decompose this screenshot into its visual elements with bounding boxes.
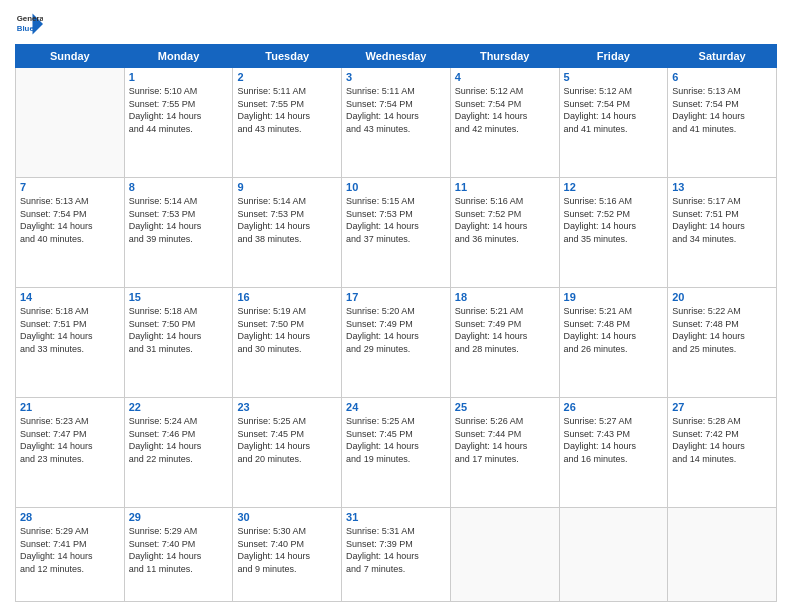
calendar-header-saturday: Saturday xyxy=(668,45,777,68)
day-info: Sunrise: 5:24 AM Sunset: 7:46 PM Dayligh… xyxy=(129,415,229,465)
calendar-cell: 10Sunrise: 5:15 AM Sunset: 7:53 PM Dayli… xyxy=(342,178,451,288)
calendar-cell: 4Sunrise: 5:12 AM Sunset: 7:54 PM Daylig… xyxy=(450,68,559,178)
day-info: Sunrise: 5:18 AM Sunset: 7:51 PM Dayligh… xyxy=(20,305,120,355)
calendar-header-wednesday: Wednesday xyxy=(342,45,451,68)
calendar-header-monday: Monday xyxy=(124,45,233,68)
day-info: Sunrise: 5:31 AM Sunset: 7:39 PM Dayligh… xyxy=(346,525,446,575)
calendar-cell: 11Sunrise: 5:16 AM Sunset: 7:52 PM Dayli… xyxy=(450,178,559,288)
day-info: Sunrise: 5:16 AM Sunset: 7:52 PM Dayligh… xyxy=(564,195,664,245)
day-number: 3 xyxy=(346,71,446,83)
calendar-cell: 5Sunrise: 5:12 AM Sunset: 7:54 PM Daylig… xyxy=(559,68,668,178)
calendar-cell: 8Sunrise: 5:14 AM Sunset: 7:53 PM Daylig… xyxy=(124,178,233,288)
calendar-header-sunday: Sunday xyxy=(16,45,125,68)
calendar-cell: 22Sunrise: 5:24 AM Sunset: 7:46 PM Dayli… xyxy=(124,398,233,508)
day-info: Sunrise: 5:29 AM Sunset: 7:41 PM Dayligh… xyxy=(20,525,120,575)
day-info: Sunrise: 5:23 AM Sunset: 7:47 PM Dayligh… xyxy=(20,415,120,465)
calendar-cell: 1Sunrise: 5:10 AM Sunset: 7:55 PM Daylig… xyxy=(124,68,233,178)
calendar-cell: 14Sunrise: 5:18 AM Sunset: 7:51 PM Dayli… xyxy=(16,288,125,398)
day-info: Sunrise: 5:14 AM Sunset: 7:53 PM Dayligh… xyxy=(237,195,337,245)
calendar-cell: 7Sunrise: 5:13 AM Sunset: 7:54 PM Daylig… xyxy=(16,178,125,288)
day-number: 17 xyxy=(346,291,446,303)
calendar-cell: 30Sunrise: 5:30 AM Sunset: 7:40 PM Dayli… xyxy=(233,508,342,602)
day-number: 23 xyxy=(237,401,337,413)
day-number: 28 xyxy=(20,511,120,523)
calendar-cell: 16Sunrise: 5:19 AM Sunset: 7:50 PM Dayli… xyxy=(233,288,342,398)
calendar-header-thursday: Thursday xyxy=(450,45,559,68)
day-number: 13 xyxy=(672,181,772,193)
day-number: 11 xyxy=(455,181,555,193)
day-number: 15 xyxy=(129,291,229,303)
calendar-cell: 15Sunrise: 5:18 AM Sunset: 7:50 PM Dayli… xyxy=(124,288,233,398)
day-number: 6 xyxy=(672,71,772,83)
calendar-cell: 27Sunrise: 5:28 AM Sunset: 7:42 PM Dayli… xyxy=(668,398,777,508)
day-number: 1 xyxy=(129,71,229,83)
day-number: 5 xyxy=(564,71,664,83)
calendar-header-friday: Friday xyxy=(559,45,668,68)
day-number: 4 xyxy=(455,71,555,83)
day-number: 12 xyxy=(564,181,664,193)
day-number: 8 xyxy=(129,181,229,193)
calendar-week-row: 14Sunrise: 5:18 AM Sunset: 7:51 PM Dayli… xyxy=(16,288,777,398)
day-info: Sunrise: 5:13 AM Sunset: 7:54 PM Dayligh… xyxy=(672,85,772,135)
day-info: Sunrise: 5:25 AM Sunset: 7:45 PM Dayligh… xyxy=(346,415,446,465)
day-info: Sunrise: 5:22 AM Sunset: 7:48 PM Dayligh… xyxy=(672,305,772,355)
day-info: Sunrise: 5:14 AM Sunset: 7:53 PM Dayligh… xyxy=(129,195,229,245)
day-info: Sunrise: 5:15 AM Sunset: 7:53 PM Dayligh… xyxy=(346,195,446,245)
calendar-cell xyxy=(559,508,668,602)
day-number: 21 xyxy=(20,401,120,413)
day-number: 20 xyxy=(672,291,772,303)
day-info: Sunrise: 5:10 AM Sunset: 7:55 PM Dayligh… xyxy=(129,85,229,135)
day-number: 31 xyxy=(346,511,446,523)
calendar-body: 1Sunrise: 5:10 AM Sunset: 7:55 PM Daylig… xyxy=(16,68,777,602)
day-number: 30 xyxy=(237,511,337,523)
day-info: Sunrise: 5:28 AM Sunset: 7:42 PM Dayligh… xyxy=(672,415,772,465)
day-number: 10 xyxy=(346,181,446,193)
day-info: Sunrise: 5:27 AM Sunset: 7:43 PM Dayligh… xyxy=(564,415,664,465)
day-number: 18 xyxy=(455,291,555,303)
page: General Blue SundayMondayTuesdayWednesda… xyxy=(0,0,792,612)
day-info: Sunrise: 5:17 AM Sunset: 7:51 PM Dayligh… xyxy=(672,195,772,245)
calendar-cell: 6Sunrise: 5:13 AM Sunset: 7:54 PM Daylig… xyxy=(668,68,777,178)
calendar-week-row: 1Sunrise: 5:10 AM Sunset: 7:55 PM Daylig… xyxy=(16,68,777,178)
day-number: 27 xyxy=(672,401,772,413)
logo: General Blue xyxy=(15,10,43,38)
day-number: 7 xyxy=(20,181,120,193)
day-info: Sunrise: 5:16 AM Sunset: 7:52 PM Dayligh… xyxy=(455,195,555,245)
calendar-cell: 21Sunrise: 5:23 AM Sunset: 7:47 PM Dayli… xyxy=(16,398,125,508)
header: General Blue xyxy=(15,10,777,38)
calendar-cell: 13Sunrise: 5:17 AM Sunset: 7:51 PM Dayli… xyxy=(668,178,777,288)
calendar-cell: 17Sunrise: 5:20 AM Sunset: 7:49 PM Dayli… xyxy=(342,288,451,398)
calendar-cell: 25Sunrise: 5:26 AM Sunset: 7:44 PM Dayli… xyxy=(450,398,559,508)
calendar-header-row: SundayMondayTuesdayWednesdayThursdayFrid… xyxy=(16,45,777,68)
day-info: Sunrise: 5:19 AM Sunset: 7:50 PM Dayligh… xyxy=(237,305,337,355)
calendar-cell: 2Sunrise: 5:11 AM Sunset: 7:55 PM Daylig… xyxy=(233,68,342,178)
day-number: 9 xyxy=(237,181,337,193)
day-number: 22 xyxy=(129,401,229,413)
calendar-week-row: 21Sunrise: 5:23 AM Sunset: 7:47 PM Dayli… xyxy=(16,398,777,508)
day-info: Sunrise: 5:12 AM Sunset: 7:54 PM Dayligh… xyxy=(564,85,664,135)
calendar-cell: 29Sunrise: 5:29 AM Sunset: 7:40 PM Dayli… xyxy=(124,508,233,602)
calendar-cell xyxy=(668,508,777,602)
day-info: Sunrise: 5:12 AM Sunset: 7:54 PM Dayligh… xyxy=(455,85,555,135)
calendar-cell: 28Sunrise: 5:29 AM Sunset: 7:41 PM Dayli… xyxy=(16,508,125,602)
day-info: Sunrise: 5:30 AM Sunset: 7:40 PM Dayligh… xyxy=(237,525,337,575)
day-number: 29 xyxy=(129,511,229,523)
calendar-cell xyxy=(16,68,125,178)
calendar-cell: 3Sunrise: 5:11 AM Sunset: 7:54 PM Daylig… xyxy=(342,68,451,178)
day-info: Sunrise: 5:11 AM Sunset: 7:54 PM Dayligh… xyxy=(346,85,446,135)
calendar-cell: 12Sunrise: 5:16 AM Sunset: 7:52 PM Dayli… xyxy=(559,178,668,288)
day-number: 25 xyxy=(455,401,555,413)
calendar-week-row: 7Sunrise: 5:13 AM Sunset: 7:54 PM Daylig… xyxy=(16,178,777,288)
day-number: 24 xyxy=(346,401,446,413)
calendar-table: SundayMondayTuesdayWednesdayThursdayFrid… xyxy=(15,44,777,602)
calendar-cell: 24Sunrise: 5:25 AM Sunset: 7:45 PM Dayli… xyxy=(342,398,451,508)
calendar-cell: 23Sunrise: 5:25 AM Sunset: 7:45 PM Dayli… xyxy=(233,398,342,508)
day-info: Sunrise: 5:29 AM Sunset: 7:40 PM Dayligh… xyxy=(129,525,229,575)
calendar-cell: 31Sunrise: 5:31 AM Sunset: 7:39 PM Dayli… xyxy=(342,508,451,602)
day-number: 2 xyxy=(237,71,337,83)
day-info: Sunrise: 5:21 AM Sunset: 7:48 PM Dayligh… xyxy=(564,305,664,355)
calendar-week-row: 28Sunrise: 5:29 AM Sunset: 7:41 PM Dayli… xyxy=(16,508,777,602)
day-info: Sunrise: 5:11 AM Sunset: 7:55 PM Dayligh… xyxy=(237,85,337,135)
day-number: 14 xyxy=(20,291,120,303)
calendar-header-tuesday: Tuesday xyxy=(233,45,342,68)
